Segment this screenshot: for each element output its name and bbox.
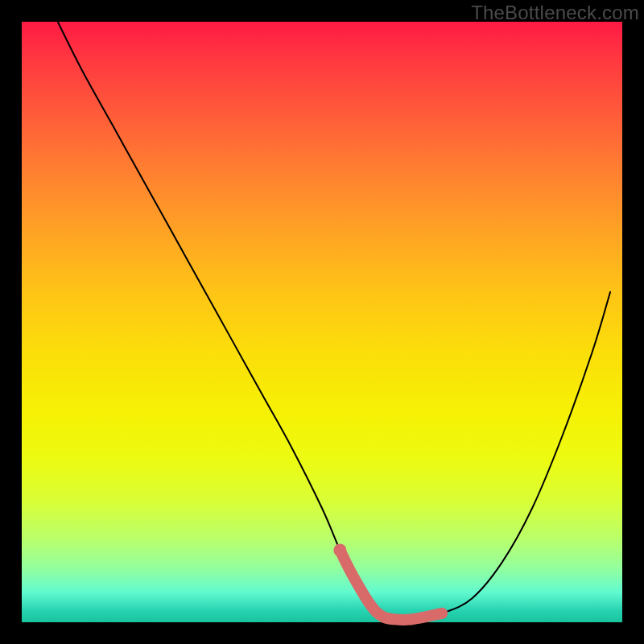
optimal-zone-highlight bbox=[340, 550, 442, 620]
chart-plot-area bbox=[22, 22, 622, 622]
bottleneck-curve bbox=[58, 22, 610, 620]
optimal-start-dot bbox=[333, 543, 346, 556]
chart-svg bbox=[22, 22, 622, 622]
watermark-text: TheBottleneck.com bbox=[471, 2, 639, 24]
